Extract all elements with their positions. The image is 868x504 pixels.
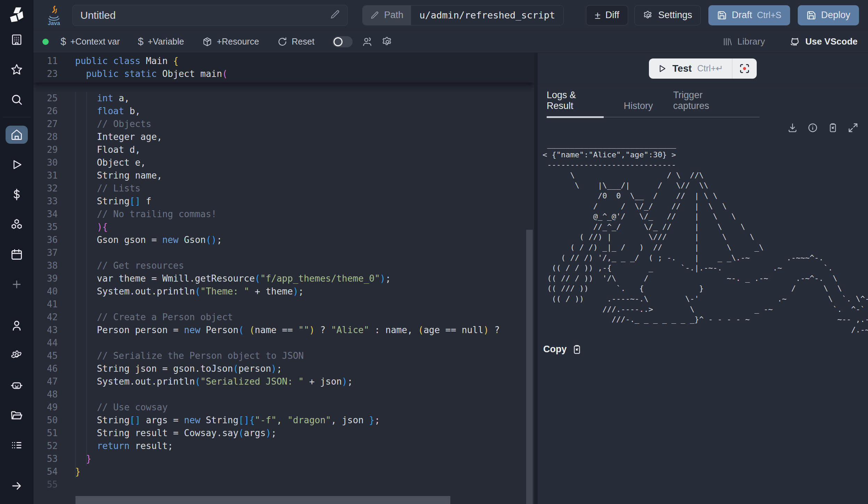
editor-horizontal-scrollbar[interactable]	[75, 496, 450, 504]
sidebar-item-home[interactable]	[6, 126, 28, 144]
sidebar-item-workspace[interactable]	[6, 31, 28, 49]
code-line[interactable]: 29 Float d,	[33, 143, 534, 156]
add-variable-button[interactable]: $ +Variable	[138, 36, 184, 47]
java-language-badge: Java	[43, 5, 65, 25]
code-line[interactable]: 25 int a,	[33, 92, 534, 105]
sidebar-item-settings[interactable]	[6, 346, 28, 364]
expand-result-button[interactable]	[848, 123, 858, 133]
use-vscode-button[interactable]: Use VScode	[789, 36, 858, 47]
code-line[interactable]: 38 // Get resources	[33, 259, 534, 272]
code-lines[interactable]: 25 int a,26 float b,27 // Objects28 Inte…	[33, 92, 534, 491]
code-line[interactable]: 50 String[] args = new String[]{"-f", "d…	[33, 414, 534, 427]
building-icon	[10, 33, 23, 46]
add-resource-button[interactable]: +Resource	[202, 37, 259, 47]
sidebar-item-variables[interactable]	[6, 186, 28, 204]
code-line[interactable]: 23 public static Object main(	[33, 68, 534, 80]
line-number: 32	[33, 182, 58, 195]
pane-splitter[interactable]	[534, 53, 538, 504]
code-line[interactable]: 43 Person person = new Person( (name == …	[33, 324, 534, 337]
sidebar-item-schedules[interactable]	[6, 245, 28, 263]
line-number: 42	[33, 311, 58, 324]
sidebar-item-workers[interactable]	[6, 376, 28, 394]
dark-mode-toggle[interactable]	[332, 36, 353, 47]
draft-button[interactable]: Draft Ctrl+S	[708, 5, 790, 25]
copy-result-button[interactable]: Copy	[538, 335, 868, 355]
sidebar-item-audit-logs[interactable]	[6, 436, 28, 454]
tab-trigger-captures[interactable]: Trigger captures	[673, 84, 739, 118]
line-number: 31	[33, 169, 58, 182]
code-line[interactable]: 31 String name,	[33, 169, 534, 182]
line-number: 43	[33, 324, 58, 337]
sidebar-item-search[interactable]	[6, 90, 28, 109]
code-line[interactable]: 39 var theme = Wmill.getResource("f/app_…	[33, 272, 534, 285]
capture-run-button[interactable]	[732, 58, 757, 79]
code-line[interactable]: 11public class Main {	[33, 55, 534, 68]
sidebar-item-favorites[interactable]	[6, 61, 28, 79]
code-line[interactable]: 35 ){	[33, 221, 534, 234]
reset-button[interactable]: Reset	[277, 37, 314, 47]
code-line[interactable]: 41	[33, 298, 534, 311]
code-editor[interactable]: 25 int a,26 float b,27 // Objects28 Inte…	[33, 53, 534, 504]
code-line[interactable]: 27 // Objects	[33, 118, 534, 131]
code-line[interactable]: 40 System.out.println("Theme: " + theme)…	[33, 285, 534, 298]
download-result-button[interactable]	[787, 123, 798, 133]
library-button[interactable]: Library	[723, 36, 765, 47]
code-line[interactable]: 46 String json = gson.toJson(person);	[33, 362, 534, 375]
multiplayer-users-icon[interactable]	[362, 36, 373, 47]
code-line[interactable]: 26 float b,	[33, 105, 534, 118]
edit-title-pencil-icon[interactable]	[330, 9, 340, 21]
sticky-scroll-lines[interactable]: 11public class Main {23 public static Ob…	[33, 53, 534, 82]
copy-label: Copy	[543, 344, 567, 355]
code-line[interactable]: 47 System.out.println("Serialized JSON: …	[33, 375, 534, 388]
settings-button[interactable]: Settings	[634, 5, 701, 25]
sidebar-item-account[interactable]	[6, 316, 28, 334]
line-number: 29	[33, 143, 58, 156]
test-button[interactable]: Test Ctrl+↵	[649, 58, 732, 79]
line-number: 25	[33, 92, 58, 105]
add-context-var-button[interactable]: $ +Context var	[61, 36, 120, 47]
script-title-input[interactable]: Untitled	[72, 5, 348, 26]
path-label-segment[interactable]: Path	[363, 6, 411, 25]
diff-button[interactable]: ± Diff	[586, 5, 628, 25]
sidebar-item-folders[interactable]	[6, 406, 28, 424]
script-title-value: Untitled	[80, 9, 330, 21]
code-line[interactable]: 37	[33, 246, 534, 259]
code-line[interactable]: 53 }	[33, 452, 534, 465]
path-value[interactable]: u/admin/refreshed_script	[411, 6, 563, 25]
code-line[interactable]: 34 // No trailing commas!	[33, 208, 534, 221]
deploy-button[interactable]: Deploy	[798, 5, 859, 25]
code-line[interactable]: 48	[33, 388, 534, 401]
code-line[interactable]: 52 return result;	[33, 440, 534, 452]
code-line[interactable]: 30 Object e,	[33, 156, 534, 169]
sidebar-item-add[interactable]	[6, 275, 28, 293]
copy-result-to-clipboard-button[interactable]	[828, 123, 838, 133]
sidebar-collapse-button[interactable]	[6, 477, 28, 495]
code-line[interactable]: 54}	[33, 465, 534, 478]
result-info-button[interactable]	[807, 123, 818, 133]
code-line[interactable]: 49 // Use cowsay	[33, 401, 534, 414]
windmill-logo[interactable]	[0, 0, 33, 31]
tab-history[interactable]: History	[624, 95, 653, 118]
code-line[interactable]: 33 String[] f	[33, 195, 534, 208]
code-line[interactable]: 32 // Lists	[33, 182, 534, 195]
code-line[interactable]: 51 String result = Cowsay.say(args);	[33, 427, 534, 440]
code-line[interactable]: 28 Integer age,	[33, 131, 534, 143]
robot-icon	[10, 379, 23, 392]
code-line[interactable]: 36 Gson gson = new Gson();	[33, 234, 534, 246]
editor-settings-gear-icon[interactable]	[382, 36, 393, 47]
windmill-logo-icon	[7, 6, 26, 25]
gear-icon	[643, 10, 653, 21]
code-line[interactable]: 55	[33, 478, 534, 491]
test-label: Test	[673, 63, 692, 74]
line-number: 28	[33, 131, 58, 143]
code-line[interactable]: 42 // Create a Person object	[33, 311, 534, 324]
editor-vertical-scrollbar[interactable]	[526, 230, 533, 504]
line-number: 40	[33, 285, 58, 298]
code-line[interactable]: 45 // Serialize the Person object to JSO…	[33, 349, 534, 362]
tab-logs-result[interactable]: Logs & Result	[547, 84, 604, 118]
sidebar-item-resources[interactable]	[6, 215, 28, 234]
sidebar-item-runs[interactable]	[6, 156, 28, 174]
home-icon	[10, 128, 23, 141]
code-line[interactable]: 44	[33, 337, 534, 349]
path-field[interactable]: Path u/admin/refreshed_script	[362, 5, 564, 25]
